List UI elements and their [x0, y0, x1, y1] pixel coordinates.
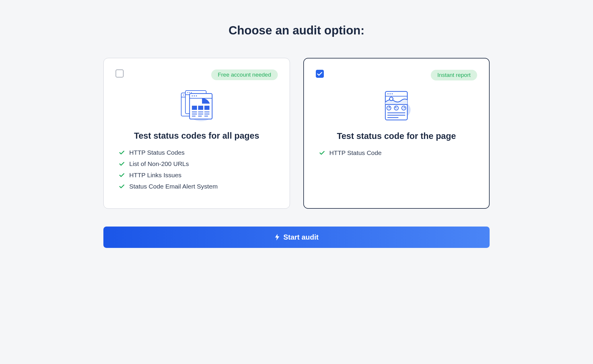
card-header: Instant report [316, 70, 477, 80]
feature-label: List of Non-200 URLs [129, 160, 189, 167]
main-container: Choose an audit option: Free account nee… [103, 24, 490, 248]
start-audit-label: Start audit [283, 233, 319, 241]
start-audit-button[interactable]: Start audit [103, 227, 490, 248]
svg-rect-18 [204, 106, 209, 110]
svg-rect-17 [198, 106, 203, 110]
single-page-illustration [316, 89, 477, 123]
feature-label: HTTP Links Issues [129, 172, 182, 179]
feature-list: HTTP Status Codes List of Non-200 URLs H… [116, 149, 278, 190]
svg-point-9 [189, 92, 190, 93]
svg-point-3 [183, 94, 184, 95]
card-header: Free account needed [116, 69, 278, 80]
check-icon [119, 149, 124, 156]
checkbox-unchecked-icon[interactable] [116, 69, 124, 77]
svg-point-15 [196, 95, 197, 96]
svg-point-14 [194, 95, 195, 96]
svg-point-33 [392, 93, 393, 94]
option-card-all-pages[interactable]: Free account needed [103, 58, 290, 209]
check-icon [119, 183, 124, 190]
svg-point-31 [387, 93, 389, 94]
feature-item: HTTP Status Codes [119, 149, 278, 156]
svg-rect-16 [192, 106, 197, 110]
feature-item: HTTP Status Code [319, 149, 477, 156]
card-title: Test status codes for all pages [116, 131, 278, 141]
svg-point-8 [187, 92, 188, 93]
page-title: Choose an audit option: [103, 24, 490, 37]
svg-point-32 [389, 93, 391, 94]
badge-instant-report: Instant report [431, 70, 477, 80]
svg-point-13 [192, 95, 193, 96]
cards-row: Free account needed [103, 58, 490, 209]
feature-item: List of Non-200 URLs [119, 160, 278, 167]
feature-label: Status Code Email Alert System [129, 183, 218, 190]
bolt-icon [275, 234, 280, 240]
card-title: Test status code for the page [316, 131, 477, 141]
checkbox-checked-icon[interactable] [316, 70, 324, 78]
check-icon [319, 149, 325, 156]
multi-pages-illustration [116, 88, 278, 123]
svg-point-34 [389, 97, 393, 101]
feature-list: HTTP Status Code [316, 149, 477, 156]
option-card-single-page[interactable]: Instant report [303, 58, 490, 209]
feature-item: Status Code Email Alert System [119, 183, 278, 190]
svg-point-10 [191, 92, 192, 93]
check-icon [119, 172, 124, 179]
feature-label: HTTP Status Codes [129, 149, 184, 156]
check-icon [119, 160, 124, 167]
feature-label: HTTP Status Code [329, 149, 382, 156]
feature-item: HTTP Links Issues [119, 172, 278, 179]
badge-free-account: Free account needed [211, 69, 278, 80]
